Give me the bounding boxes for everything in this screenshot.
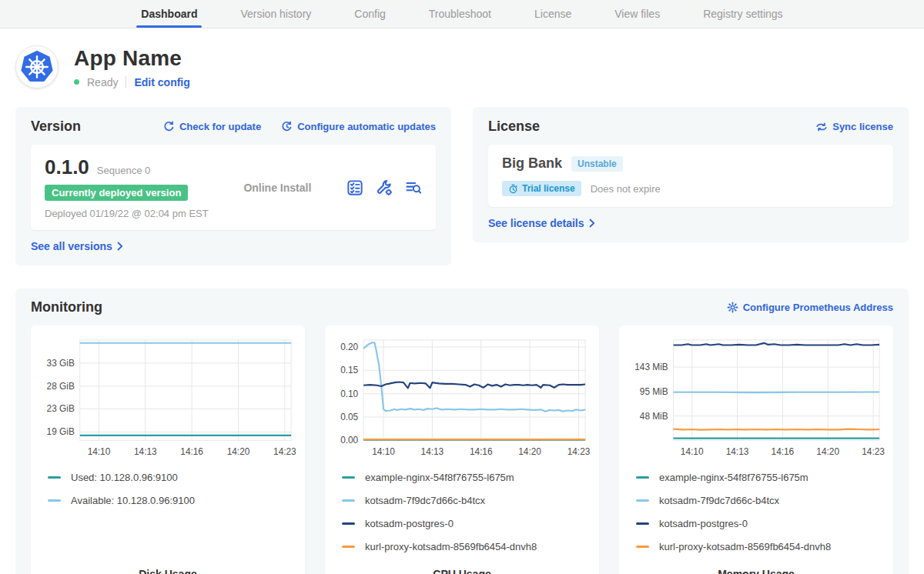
svg-text:14:23: 14:23 (862, 446, 885, 457)
svg-text:143 MiB: 143 MiB (634, 362, 668, 372)
chevron-right-icon (589, 219, 595, 228)
deployed-timestamp: Deployed 01/19/22 @ 02:04 pm EST (45, 208, 209, 219)
svg-text:19 GiB: 19 GiB (47, 426, 75, 437)
svg-text:14:20: 14:20 (227, 446, 250, 457)
divider (126, 76, 126, 88)
disk-usage-chart: 19 GiB23 GiB28 GiB33 GiB14:1014:1314:161… (38, 333, 297, 461)
legend-label: Available: 10.128.0.96:9100 (71, 495, 195, 506)
tab-view-files[interactable]: View files (613, 0, 661, 28)
svg-text:0.15: 0.15 (340, 365, 358, 375)
app-header: App Name Ready Edit config (0, 28, 924, 107)
cpu-usage-legend: example-nginx-54f8f76755-l675mkotsadm-7f… (342, 472, 591, 552)
svg-text:14:16: 14:16 (772, 446, 795, 457)
legend-label: kurl-proxy-kotsadm-8569fb6454-dnvh8 (659, 541, 831, 552)
nav-tabs: DashboardVersion historyConfigTroublesho… (139, 0, 784, 28)
disk-usage-legend: Used: 10.128.0.96:9100Available: 10.128.… (48, 472, 297, 506)
channel-badge: Unstable (571, 156, 623, 172)
monitoring-title: Monitoring (31, 299, 102, 315)
chevron-right-icon (117, 242, 123, 251)
status-dot (74, 79, 79, 85)
see-license-details-link[interactable]: See license details (488, 217, 595, 229)
svg-text:14:16: 14:16 (180, 446, 203, 457)
svg-text:95 MiB: 95 MiB (640, 386, 668, 397)
legend-item: Available: 10.128.0.96:9100 (48, 495, 297, 506)
see-all-versions-link[interactable]: See all versions (31, 240, 123, 252)
svg-text:14:10: 14:10 (372, 446, 395, 457)
license-title: License (488, 118, 540, 135)
gear-icon (727, 302, 738, 313)
svg-text:14:13: 14:13 (726, 446, 749, 457)
svg-text:28 GiB: 28 GiB (47, 381, 75, 392)
svg-text:14:20: 14:20 (518, 446, 541, 457)
trial-license-badge: Trial license (502, 181, 581, 196)
tab-version-history[interactable]: Version history (239, 0, 313, 28)
legend-label: kurl-proxy-kotsadm-8569fb6454-dnvh8 (365, 541, 537, 552)
schedule-update-icon (281, 121, 293, 132)
legend-label: kotsadm-postgres-0 (365, 518, 454, 529)
legend-item: kotsadm-7f9dc7d66c-b4tcx (636, 495, 886, 506)
legend-label: Used: 10.128.0.96:9100 (71, 472, 178, 483)
legend-label: kotsadm-7f9dc7d66c-b4tcx (365, 495, 485, 506)
memory-usage-chart: 48 MiB95 MiB143 MiB14:1014:1314:1614:201… (627, 333, 886, 461)
legend-color-dash (342, 546, 355, 548)
svg-text:14:16: 14:16 (470, 446, 493, 457)
top-nav: DashboardVersion historyConfigTroublesho… (0, 0, 924, 28)
legend-color-dash (636, 476, 649, 479)
legend-item: Used: 10.128.0.96:9100 (48, 472, 297, 483)
page-title: App Name (74, 46, 190, 71)
tab-dashboard[interactable]: Dashboard (139, 0, 199, 28)
legend-color-dash (636, 499, 649, 502)
check-for-update-link[interactable]: Check for update (163, 121, 261, 132)
deploy-logs-icon[interactable] (405, 179, 422, 196)
legend-item: kotsadm-postgres-0 (636, 518, 886, 529)
sync-icon (815, 122, 828, 132)
license-detail-card: Big Bank Unstable Trial license Does not… (488, 145, 893, 207)
legend-item: example-nginx-54f8f76755-l675m (636, 472, 886, 483)
refresh-icon (163, 121, 175, 132)
disk-usage-chart-card: 19 GiB23 GiB28 GiB33 GiB14:1014:1314:161… (31, 325, 305, 574)
monitoring-panel: Monitoring Configure Prometheus Address … (15, 289, 909, 574)
kubernetes-icon (19, 49, 55, 85)
legend-item: kurl-proxy-kotsadm-8569fb6454-dnvh8 (636, 541, 886, 552)
svg-text:0.10: 0.10 (340, 389, 358, 399)
tab-license[interactable]: License (533, 0, 573, 28)
svg-text:0.00: 0.00 (340, 435, 358, 446)
configure-prometheus-link[interactable]: Configure Prometheus Address (727, 302, 893, 313)
tab-troubleshoot[interactable]: Troubleshoot (427, 0, 493, 28)
svg-text:14:10: 14:10 (88, 446, 111, 457)
memory-usage-legend: example-nginx-54f8f76755-l675mkotsadm-7f… (636, 472, 886, 552)
app-logo (15, 45, 59, 88)
legend-item: kotsadm-7f9dc7d66c-b4tcx (342, 495, 591, 506)
current-version-card: 0.1.0 Sequence 0 Currently deployed vers… (31, 145, 436, 230)
cpu-usage-chart-card: 0.000.050.100.150.2014:1014:1314:1614:20… (325, 325, 599, 574)
svg-text:0.05: 0.05 (340, 412, 358, 422)
tab-registry-settings[interactable]: Registry settings (701, 0, 784, 28)
legend-item: kotsadm-postgres-0 (342, 518, 591, 529)
edit-config-link[interactable]: Edit config (134, 76, 189, 88)
legend-item: kurl-proxy-kotsadm-8569fb6454-dnvh8 (342, 541, 591, 552)
chart-title: CPU Usage (333, 552, 591, 574)
version-sequence: Sequence 0 (97, 165, 150, 176)
expiration-text: Does not expire (591, 183, 661, 195)
deployed-badge: Currently deployed version (45, 185, 188, 201)
svg-text:23 GiB: 23 GiB (47, 403, 75, 414)
svg-text:14:13: 14:13 (421, 446, 444, 457)
config-wrench-icon[interactable] (376, 179, 393, 196)
chart-title: Disk Usage (38, 552, 297, 574)
legend-color-dash (636, 522, 649, 525)
status-text: Ready (87, 76, 118, 88)
legend-label: kotsadm-7f9dc7d66c-b4tcx (659, 495, 779, 506)
svg-text:14:10: 14:10 (681, 446, 704, 457)
svg-text:14:23: 14:23 (273, 446, 296, 457)
legend-label: example-nginx-54f8f76755-l675m (365, 472, 514, 483)
install-type-label: Online Install (243, 182, 311, 194)
tab-config[interactable]: Config (353, 0, 387, 28)
chart-title: Memory Usage (627, 552, 886, 574)
customer-name: Big Bank (502, 155, 562, 172)
legend-label: example-nginx-54f8f76755-l675m (659, 472, 808, 483)
version-title: Version (31, 118, 81, 135)
sync-license-link[interactable]: Sync license (815, 121, 893, 132)
svg-text:48 MiB: 48 MiB (640, 411, 668, 422)
configure-automatic-updates-link[interactable]: Configure automatic updates (281, 121, 436, 132)
preflight-checks-icon[interactable] (346, 179, 363, 196)
